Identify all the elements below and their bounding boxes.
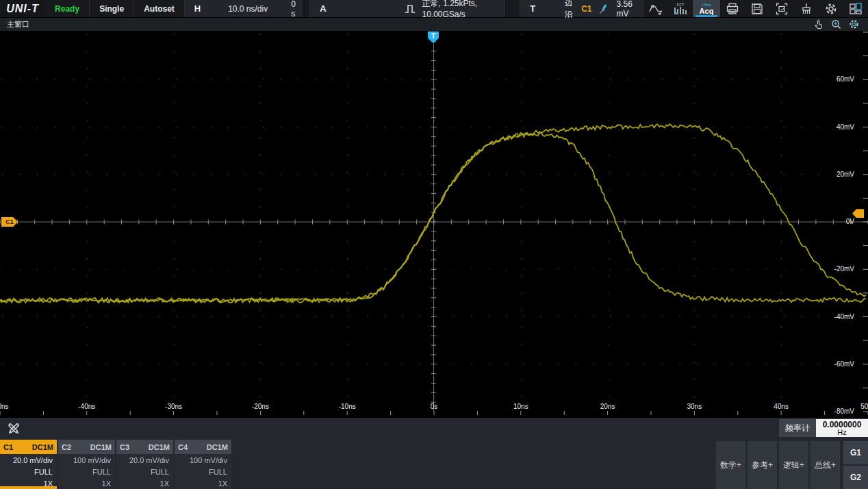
- time-tick-label: 20ns: [600, 403, 615, 410]
- settings-gear-icon[interactable]: [819, 0, 843, 17]
- acq-mode-button[interactable]: Ultra Acq: [693, 0, 720, 17]
- scope-display[interactable]: -50ns-40ns-30ns-20ns-10ns0s10ns20ns30ns4…: [0, 32, 868, 418]
- time-tick-label: 10ns: [513, 403, 528, 410]
- brand-logo: UNI-T: [0, 0, 45, 17]
- window-title: 主窗口: [0, 19, 29, 29]
- window-bar: 主窗口: [0, 18, 868, 32]
- time-tick-label: -20ns: [252, 403, 269, 410]
- time-tick-label: -50ns: [0, 403, 9, 410]
- bus-add-button[interactable]: 总线+: [810, 441, 840, 489]
- channel-scale: 20.0 mV/div: [0, 455, 57, 466]
- voltage-tick-label: 40mV: [827, 124, 854, 131]
- oscilloscope-app: UNI-T Ready Single Autoset H 10.0 ns/div…: [0, 0, 868, 489]
- channel-name: C2: [62, 443, 71, 451]
- voltage-tick-label: 20mV: [827, 171, 854, 178]
- toolbar-icon-group: FFT Ultra Acq: [643, 0, 868, 17]
- horizontal-section[interactable]: H 10.0 ns/div 0 s: [184, 0, 302, 17]
- channel-bandwidth: FULL: [116, 467, 173, 477]
- trigger-source: C1: [581, 4, 591, 14]
- waveform-plot: [0, 32, 868, 418]
- acq-active-underline: [695, 15, 717, 17]
- time-tick-label: -40ns: [78, 403, 95, 410]
- channel-scale: 100 mV/div: [175, 455, 231, 466]
- run-status: Ready: [45, 0, 89, 17]
- frequency-counter-value-box: 0.0000000 Hz: [816, 419, 868, 437]
- channel-probe: 1X: [58, 479, 115, 489]
- top-toolbar: UNI-T Ready Single Autoset H 10.0 ns/div…: [0, 0, 868, 18]
- channel-active-strip: [0, 486, 57, 489]
- reference-add-button[interactable]: 参考+: [748, 441, 777, 489]
- channel-probe: 1X: [116, 479, 173, 489]
- voltage-tick-label: 0V: [827, 218, 854, 225]
- channel-scale: 100 mV/div: [58, 455, 115, 466]
- acq-label: Acq: [700, 7, 714, 15]
- function-button-row: 数学+ 参考+ 逻辑+ 总线+: [716, 441, 840, 489]
- channel-coupling: DC1M: [149, 443, 170, 451]
- channel-bandwidth: FULL: [0, 467, 57, 477]
- voltage-tick-label: -40mV: [827, 314, 854, 321]
- horizontal-offset: 0 s: [291, 0, 296, 18]
- channel-status-row: C1 DC1M 20.0 mV/div FULL 1X C2 DC1M 100 …: [0, 440, 231, 489]
- channel-box-c4[interactable]: C4 DC1M 100 mV/div FULL 1X: [175, 440, 231, 489]
- math-add-button[interactable]: 数学+: [716, 441, 745, 489]
- frequency-unit: Hz: [837, 429, 846, 436]
- channel-coupling: DC1M: [90, 443, 112, 451]
- frequency-value: 0.0000000: [823, 421, 862, 429]
- channel-coupling: DC1M: [207, 443, 228, 451]
- timebase-value: 10.0 ns/div: [210, 4, 285, 14]
- acquire-section[interactable]: A 正常, 1.25kPts, 10.00GSa/s: [309, 0, 505, 17]
- voltage-tick-label: 60mV: [827, 76, 854, 83]
- window-layout-icon[interactable]: [843, 0, 868, 17]
- screenshot-icon[interactable]: [769, 0, 794, 17]
- horizontal-badge: H: [190, 3, 205, 14]
- rising-edge-icon: [597, 2, 611, 16]
- autoset-button[interactable]: Autoset: [133, 0, 184, 17]
- bottom-status-bar: C1 DC1M 20.0 mV/div FULL 1X C2 DC1M 100 …: [0, 418, 868, 489]
- voltage-tick-label: -80mV: [827, 408, 854, 415]
- channel-name: C1: [3, 443, 13, 451]
- time-tick-label: 30ns: [687, 403, 702, 410]
- print-icon[interactable]: [720, 0, 745, 17]
- group-button-column: G1 G2: [843, 441, 868, 489]
- time-tick-label: 0s: [431, 403, 438, 410]
- time-tick-label: 50ns: [860, 403, 868, 410]
- frequency-counter: 频率计 0.0000000 Hz: [779, 419, 868, 437]
- touch-icon[interactable]: [809, 19, 827, 29]
- channel-box-c2[interactable]: C2 DC1M 100 mV/div FULL 1X: [58, 440, 115, 489]
- trigger-level: 3.56 mV: [616, 0, 637, 18]
- trigger-section[interactable]: T 边沿 C1 3.56 mV: [520, 0, 643, 17]
- channel-bandwidth: FULL: [58, 467, 115, 477]
- voltage-tick-label: -20mV: [827, 266, 854, 273]
- channel-coupling: DC1M: [32, 443, 53, 451]
- channel-scale: 20.0 mV/div: [116, 455, 173, 466]
- display-settings-gear-icon[interactable]: [845, 19, 863, 29]
- acquisition-info: 正常, 1.25kPts, 10.00GSa/s: [422, 0, 499, 19]
- channel-box-c1[interactable]: C1 DC1M 20.0 mV/div FULL 1X: [0, 440, 57, 489]
- frequency-counter-label: 频率计: [779, 419, 816, 437]
- channel-box-c3[interactable]: C3 DC1M 20.0 mV/div FULL 1X: [116, 440, 173, 489]
- group1-button[interactable]: G1: [843, 441, 868, 464]
- time-tick-label: -10ns: [339, 403, 356, 410]
- single-button[interactable]: Single: [89, 0, 133, 17]
- waveform-cursor-icon[interactable]: [643, 0, 668, 17]
- channel-name: C3: [120, 443, 129, 451]
- trigger-badge: T: [526, 3, 539, 14]
- save-icon[interactable]: [745, 0, 769, 17]
- time-tick-label: 40ns: [774, 403, 789, 410]
- annotate-pens-icon[interactable]: [5, 421, 22, 440]
- acquire-badge: A: [316, 3, 330, 14]
- clear-brush-icon[interactable]: [794, 0, 819, 17]
- channel-probe: 1X: [175, 479, 231, 489]
- voltage-tick-label: -60mV: [827, 361, 854, 368]
- time-tick-label: -30ns: [165, 403, 182, 410]
- svg-text:FFT: FFT: [677, 3, 685, 7]
- zoom-in-icon[interactable]: [827, 19, 845, 29]
- fft-icon[interactable]: FFT: [668, 0, 693, 17]
- pulse-icon: [404, 3, 416, 15]
- channel-bandwidth: FULL: [175, 467, 231, 477]
- channel-name: C4: [178, 443, 188, 451]
- logic-add-button[interactable]: 逻辑+: [779, 441, 808, 489]
- group2-button[interactable]: G2: [843, 466, 868, 489]
